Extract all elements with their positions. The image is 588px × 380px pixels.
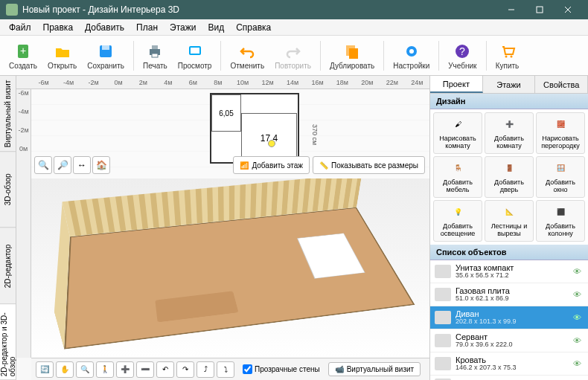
side-tab[interactable]: 3D-обзор bbox=[0, 152, 16, 228]
menu-item[interactable]: План bbox=[130, 21, 164, 34]
design-button[interactable]: 💡Добавить освещение bbox=[433, 200, 482, 242]
design-button[interactable]: 🧱Нарисовать перегородку bbox=[536, 112, 585, 154]
open-button[interactable]: Открыть bbox=[43, 40, 81, 71]
transparent-checkbox-input[interactable] bbox=[243, 364, 252, 374]
svg-point-20 bbox=[510, 55, 512, 57]
menu-item[interactable]: Этажи bbox=[164, 21, 202, 34]
design-label: Нарисовать комнату bbox=[435, 135, 480, 150]
preview-button[interactable]: Просмотр bbox=[173, 40, 217, 71]
object-list-item[interactable]: Газовая плита 51.0 x 62.1 x 86.9 👁 bbox=[430, 283, 588, 306]
right-tab[interactable]: Свойства bbox=[535, 76, 588, 93]
tilt-up-button[interactable]: ⤴ bbox=[196, 361, 214, 378]
dimension-label: 370 см bbox=[311, 124, 319, 145]
toolbar-separator bbox=[220, 41, 221, 71]
stairs-icon: 📶 bbox=[240, 161, 249, 170]
side-tab[interactable]: Виртуальный визит bbox=[0, 76, 16, 152]
gear-button[interactable]: Настройки bbox=[389, 40, 434, 71]
menu-item[interactable]: Справка bbox=[230, 21, 277, 34]
ruler-tick: 24м bbox=[405, 79, 429, 86]
save-icon bbox=[96, 42, 115, 61]
svg-rect-10 bbox=[152, 54, 158, 57]
menu-item[interactable]: Файл bbox=[3, 21, 37, 34]
ruler-tick: 2м bbox=[131, 79, 156, 86]
visibility-icon[interactable]: 👁 bbox=[573, 336, 584, 345]
design-button[interactable]: 🪟Добавить окно bbox=[536, 156, 585, 198]
menu-item[interactable]: Правка bbox=[37, 21, 80, 34]
floorplan[interactable]: 6,05 17,4 370 см bbox=[210, 93, 299, 164]
undo-button[interactable]: Отменить bbox=[226, 40, 269, 71]
undo-icon bbox=[237, 42, 257, 61]
fit-button[interactable]: ↔ bbox=[73, 156, 91, 174]
copy-button[interactable]: Дублировать bbox=[325, 40, 379, 71]
object-dimensions: 202.8 x 101.3 x 99.9 bbox=[456, 318, 569, 326]
preview-icon bbox=[185, 42, 205, 61]
canvas-3d[interactable] bbox=[31, 178, 429, 358]
design-button[interactable]: ⬛Добавить колонну bbox=[536, 200, 585, 242]
object-dimensions: 51.0 x 62.1 x 86.9 bbox=[456, 295, 569, 303]
transparent-walls-checkbox[interactable]: Прозрачные стены bbox=[243, 364, 320, 374]
print-button[interactable]: Печать bbox=[138, 40, 172, 71]
object-list-item[interactable]: Диван 202.8 x 101.3 x 99.9 👁 bbox=[430, 306, 588, 329]
home-button[interactable]: 🏠 bbox=[92, 156, 110, 174]
pan-button[interactable]: ✋ bbox=[56, 361, 74, 378]
design-button[interactable]: 📐Лестницы и вырезы bbox=[485, 200, 534, 242]
new-button[interactable]: +Создать bbox=[4, 40, 42, 71]
design-button[interactable]: 🖌Нарисовать комнату bbox=[433, 112, 482, 154]
gear-icon bbox=[402, 42, 421, 61]
show-dims-button[interactable]: 📏 Показывать все размеры bbox=[313, 156, 425, 174]
tilt-down-button[interactable]: ⤵ bbox=[217, 361, 234, 378]
menu-item[interactable]: Добавить bbox=[79, 21, 130, 34]
transparent-label: Прозрачные стены bbox=[255, 365, 320, 373]
add-floor-button[interactable]: 📶 Добавить этаж bbox=[233, 156, 310, 174]
rotate-left-button[interactable]: ↶ bbox=[156, 361, 174, 378]
add-floor-label: Добавить этаж bbox=[252, 161, 303, 170]
design-button[interactable]: 🚪Добавить дверь bbox=[485, 156, 534, 198]
visibility-icon[interactable]: 👁 bbox=[573, 267, 584, 276]
menu-item[interactable]: Вид bbox=[202, 21, 230, 34]
object-list-item[interactable]: Двойное окно 👁 bbox=[430, 376, 588, 380]
maximize-button[interactable] bbox=[525, 0, 554, 19]
help-icon: ? bbox=[453, 42, 472, 61]
ruler-tick: 6м bbox=[181, 79, 205, 86]
zoom-out-button[interactable]: 🔎 bbox=[54, 156, 71, 174]
object-list-item[interactable]: Сервант 79.0 x 39.6 x 222.0 👁 bbox=[430, 329, 588, 352]
cart-icon bbox=[498, 42, 517, 61]
zoomout2-button[interactable]: ➖ bbox=[136, 361, 154, 378]
zoom-button[interactable]: 🔍 bbox=[76, 361, 94, 378]
right-tab[interactable]: Проект bbox=[430, 76, 483, 93]
svg-rect-7 bbox=[102, 45, 109, 50]
design-label: Лестницы и вырезы bbox=[487, 223, 531, 238]
design-icon: 🚪 bbox=[500, 160, 518, 178]
visibility-icon[interactable]: 👁 bbox=[573, 359, 584, 368]
orbit-button[interactable]: 🔄 bbox=[36, 361, 54, 378]
toolbar-label: Отменить bbox=[230, 62, 264, 70]
camera-marker[interactable] bbox=[268, 140, 275, 147]
design-label: Добавить комнату bbox=[487, 135, 531, 150]
side-tab[interactable]: 2D-редактор bbox=[0, 228, 16, 304]
walk-button[interactable]: 🚶 bbox=[96, 361, 114, 378]
cart-button[interactable]: Купить bbox=[491, 40, 524, 71]
ruler-tick: 12м bbox=[255, 79, 280, 86]
visibility-icon[interactable]: 👁 bbox=[573, 313, 584, 322]
minimize-button[interactable] bbox=[497, 0, 525, 19]
design-button[interactable]: ➕Добавить комнату bbox=[485, 112, 534, 154]
zoomin2-button[interactable]: ➕ bbox=[116, 361, 134, 378]
object-list-item[interactable]: Кровать 146.2 x 207.3 x 75.3 👁 bbox=[430, 352, 588, 376]
side-tab[interactable]: 2D-редактор и 3D-обзор bbox=[0, 304, 16, 380]
ruler-tick: 0м bbox=[16, 145, 31, 164]
object-dimensions: 79.0 x 39.6 x 222.0 bbox=[456, 341, 569, 349]
design-icon: 🪑 bbox=[449, 160, 467, 178]
rotate-right-button[interactable]: ↷ bbox=[176, 361, 194, 378]
close-button[interactable] bbox=[554, 0, 582, 19]
svg-point-19 bbox=[505, 55, 507, 57]
virtual-visit-button[interactable]: 📹 Виртуальный визит bbox=[328, 362, 421, 376]
ruler-tick: -6м bbox=[31, 79, 56, 86]
right-tab[interactable]: Этажи bbox=[483, 76, 536, 93]
object-list-item[interactable]: Унитаз компакт 35.6 x 56.5 x 71.2 👁 bbox=[430, 260, 588, 283]
ruler-icon: 📏 bbox=[319, 161, 328, 170]
help-button[interactable]: ?Учебник bbox=[444, 40, 481, 71]
visibility-icon[interactable]: 👁 bbox=[573, 290, 584, 299]
zoom-in-button[interactable]: 🔍 bbox=[34, 156, 52, 174]
design-button[interactable]: 🪑Добавить мебель bbox=[433, 156, 482, 198]
save-button[interactable]: Сохранить bbox=[83, 40, 129, 71]
